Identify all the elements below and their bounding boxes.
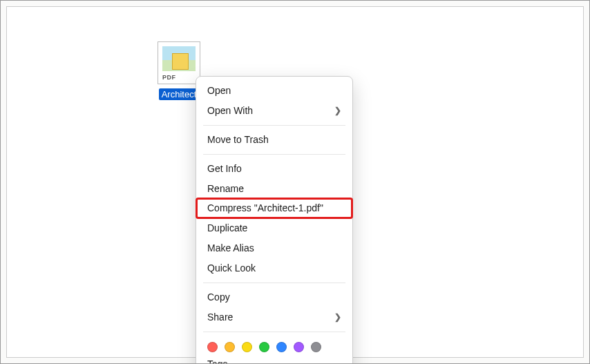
- menu-label: Share: [207, 311, 233, 324]
- menu-tags[interactable]: Tags...: [196, 356, 352, 364]
- menu-open-with[interactable]: Open With ❯: [196, 101, 352, 121]
- tag-dot-green[interactable]: [259, 342, 269, 352]
- context-menu: Open Open With ❯ Move to Trash Get Info …: [196, 76, 353, 364]
- menu-duplicate[interactable]: Duplicate: [196, 218, 352, 238]
- chevron-right-icon: ❯: [334, 105, 341, 116]
- menu-label: Copy: [207, 291, 230, 304]
- file-label: Architect: [159, 88, 200, 100]
- menu-label: Open With: [207, 104, 253, 117]
- menu-rename[interactable]: Rename: [196, 179, 352, 199]
- menu-compress[interactable]: Compress "Architect-1.pdf": [196, 198, 352, 218]
- menu-divider: [203, 125, 345, 126]
- file-preview-art: [162, 46, 196, 71]
- menu-label: Move to Trash: [207, 133, 269, 146]
- desktop[interactable]: PDF Architect Open Open With ❯ Move to T…: [6, 6, 584, 358]
- menu-label: Make Alias: [207, 242, 254, 255]
- tag-dot-red[interactable]: [207, 342, 218, 352]
- menu-label: Rename: [207, 182, 244, 195]
- tag-color-row: [196, 336, 352, 356]
- tag-dot-gray[interactable]: [311, 342, 321, 352]
- menu-copy[interactable]: Copy: [196, 287, 352, 307]
- menu-open[interactable]: Open: [196, 81, 352, 101]
- menu-divider: [203, 154, 345, 155]
- menu-move-to-trash[interactable]: Move to Trash: [196, 130, 352, 150]
- tag-dot-purple[interactable]: [294, 342, 304, 352]
- chevron-right-icon: ❯: [334, 312, 341, 323]
- file-thumbnail: PDF: [158, 41, 200, 84]
- file-ext-badge: PDF: [162, 74, 176, 81]
- menu-quick-look[interactable]: Quick Look: [196, 258, 352, 278]
- menu-label: Quick Look: [207, 262, 256, 275]
- menu-share[interactable]: Share ❯: [196, 307, 352, 327]
- menu-label: Compress "Architect-1.pdf": [207, 202, 323, 215]
- menu-divider: [203, 332, 345, 332]
- menu-label: Tags...: [207, 358, 236, 364]
- menu-get-info[interactable]: Get Info: [196, 159, 352, 179]
- tag-dot-yellow[interactable]: [242, 342, 252, 352]
- menu-label: Get Info: [207, 162, 242, 175]
- tag-dot-blue[interactable]: [276, 342, 287, 352]
- menu-label: Open: [207, 84, 231, 97]
- menu-make-alias[interactable]: Make Alias: [196, 238, 352, 258]
- menu-divider: [203, 282, 345, 283]
- tag-dot-orange[interactable]: [225, 342, 235, 352]
- menu-label: Duplicate: [207, 222, 247, 235]
